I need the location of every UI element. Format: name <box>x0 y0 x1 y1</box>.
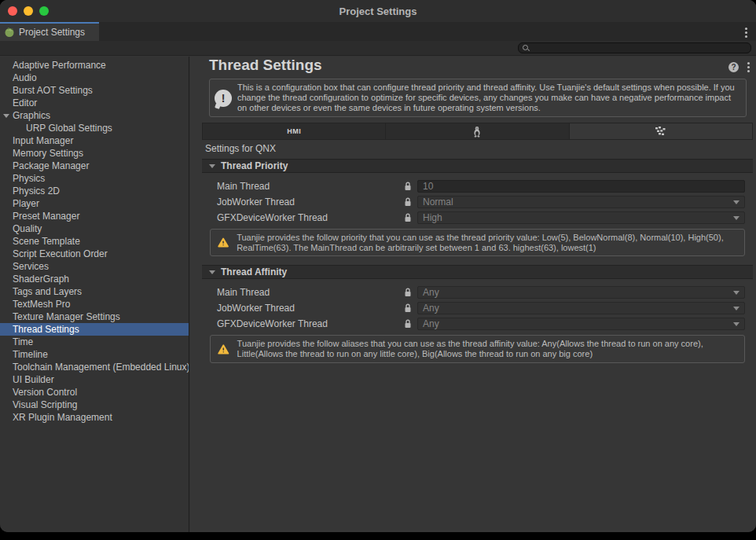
sidebar-item-adaptive-performance[interactable]: Adaptive Performance <box>0 59 189 72</box>
info-helpbox: ! This is a configuration box that can c… <box>209 79 747 117</box>
project-settings-window: Project Settings Project Settings Adapti… <box>0 0 756 532</box>
search-input[interactable] <box>533 43 745 53</box>
info-icon: ! <box>215 90 232 107</box>
chevron-down-icon <box>733 322 739 326</box>
qnx-squares-icon <box>654 127 667 137</box>
platform-tab-linux[interactable] <box>386 123 569 139</box>
sidebar-item-textmesh-pro[interactable]: TextMesh Pro <box>0 298 189 310</box>
sidebar-item-urp-global-settings[interactable]: URP Global Settings <box>0 122 189 134</box>
help-icon[interactable]: ? <box>728 62 739 72</box>
lock-icon[interactable] <box>404 213 417 222</box>
sidebar-item-version-control[interactable]: Version Control <box>0 386 189 399</box>
sidebar-item-thread-settings[interactable]: Thread Settings <box>0 323 189 336</box>
sidebar-item-preset-manager[interactable]: Preset Manager <box>0 210 189 222</box>
jobworker-priority-dropdown[interactable]: Normal <box>417 196 745 208</box>
sidebar-item-graphics[interactable]: Graphics <box>0 109 189 122</box>
linux-penguin-icon <box>472 126 483 138</box>
sidebar-item-scene-template[interactable]: Scene Template <box>0 235 189 248</box>
tab-strip-menu-icon[interactable] <box>745 28 747 38</box>
setting-row-gfxdeviceworker-priority: GFXDeviceWorker Thread High <box>202 210 753 226</box>
chevron-down-icon <box>733 200 739 204</box>
platform-tab-hmi[interactable]: HMI <box>203 123 386 139</box>
page-title: Thread Settings <box>209 57 322 74</box>
sidebar-item-ui-builder[interactable]: UI Builder <box>0 373 189 386</box>
thread-settings-panel: Thread Settings ? ! This is a configurat… <box>190 57 756 532</box>
section-thread-priority[interactable]: Thread Priority <box>202 159 753 173</box>
foldout-caret-icon <box>209 164 215 168</box>
search-icon <box>523 45 530 52</box>
chevron-down-icon <box>733 307 739 310</box>
affinity-warning-text: Tuanjie provides the follow aliases that… <box>237 339 738 359</box>
setting-row-main-thread-priority: Main Thread 10 <box>202 178 753 194</box>
settings-blob-icon <box>4 27 15 38</box>
lock-icon[interactable] <box>404 288 417 297</box>
sidebar-item-tags-and-layers[interactable]: Tags and Layers <box>0 285 189 298</box>
sidebar-item-toolchain-management[interactable]: Toolchain Management (Embedded Linux) <box>0 361 189 373</box>
setting-row-main-thread-affinity: Main Thread Any <box>202 285 753 300</box>
info-text: This is a configuration box that can con… <box>237 83 739 113</box>
dock-tab-strip: Project Settings <box>0 22 756 41</box>
sidebar-item-physics[interactable]: Physics <box>0 172 189 185</box>
sidebar-item-shadergraph[interactable]: ShaderGraph <box>0 273 189 285</box>
sidebar-item-texture-manager-settings[interactable]: Texture Manager Settings <box>0 310 189 323</box>
lock-icon[interactable] <box>404 319 417 329</box>
section-thread-affinity[interactable]: Thread Affinity <box>202 265 753 279</box>
sidebar-item-memory-settings[interactable]: Memory Settings <box>0 147 189 160</box>
search-toolbar <box>0 41 756 56</box>
panel-menu-icon[interactable] <box>747 62 750 72</box>
sidebar-item-quality[interactable]: Quality <box>0 222 189 235</box>
affinity-warning-helpbox: Tuanjie provides the follow aliases that… <box>210 335 745 363</box>
priority-warning-helpbox: Tuanjie provides the follow priority tha… <box>210 229 745 256</box>
gfxdeviceworker-priority-dropdown[interactable]: High <box>417 211 745 224</box>
chevron-down-icon <box>733 291 739 295</box>
sidebar-item-xr-plugin-management[interactable]: XR Plugin Management <box>0 411 189 424</box>
setting-row-jobworker-priority: JobWorker Thread Normal <box>202 194 753 210</box>
search-box[interactable] <box>518 42 751 53</box>
sidebar-item-player[interactable]: Player <box>0 197 189 210</box>
sidebar-item-input-manager[interactable]: Input Manager <box>0 134 189 147</box>
warning-icon <box>218 341 229 358</box>
platform-tab-qnx[interactable] <box>570 123 752 139</box>
tab-project-settings[interactable]: Project Settings <box>0 22 99 41</box>
settings-for-label: Settings for QNX <box>205 143 276 154</box>
sidebar-item-services[interactable]: Services <box>0 260 189 273</box>
platform-tab-bar: HMI <box>202 123 753 140</box>
sidebar-item-script-execution-order[interactable]: Script Execution Order <box>0 248 189 260</box>
main-thread-affinity-dropdown[interactable]: Any <box>417 286 745 299</box>
setting-row-jobworker-affinity: JobWorker Thread Any <box>202 300 753 316</box>
sidebar-item-package-manager[interactable]: Package Manager <box>0 160 189 172</box>
window-title: Project Settings <box>0 6 756 17</box>
lock-icon[interactable] <box>404 197 417 207</box>
lock-icon[interactable] <box>404 303 417 313</box>
sidebar-item-time[interactable]: Time <box>0 336 189 348</box>
warning-icon <box>218 234 229 251</box>
lock-icon[interactable] <box>404 182 417 191</box>
sidebar-item-burst-aot-settings[interactable]: Burst AOT Settings <box>0 84 189 97</box>
sidebar-item-audio[interactable]: Audio <box>0 72 189 84</box>
gfxdeviceworker-affinity-dropdown[interactable]: Any <box>417 318 745 330</box>
dock-tab-label: Project Settings <box>19 27 85 38</box>
foldout-caret-icon[interactable] <box>3 114 9 118</box>
macos-titlebar: Project Settings <box>0 0 756 22</box>
sidebar-item-visual-scripting[interactable]: Visual Scripting <box>0 399 189 411</box>
priority-warning-text: Tuanjie provides the follow priority tha… <box>237 233 738 253</box>
sidebar-item-timeline[interactable]: Timeline <box>0 348 189 361</box>
sidebar-item-physics-2d[interactable]: Physics 2D <box>0 185 189 197</box>
sidebar-item-editor[interactable]: Editor <box>0 97 189 109</box>
jobworker-affinity-dropdown[interactable]: Any <box>417 302 745 314</box>
settings-category-list: Adaptive Performance Audio Burst AOT Set… <box>0 57 189 532</box>
main-thread-priority-input[interactable]: 10 <box>417 180 745 193</box>
foldout-caret-icon <box>209 270 215 274</box>
chevron-down-icon <box>733 216 739 220</box>
setting-row-gfxdeviceworker-affinity: GFXDeviceWorker Thread Any <box>202 316 753 332</box>
